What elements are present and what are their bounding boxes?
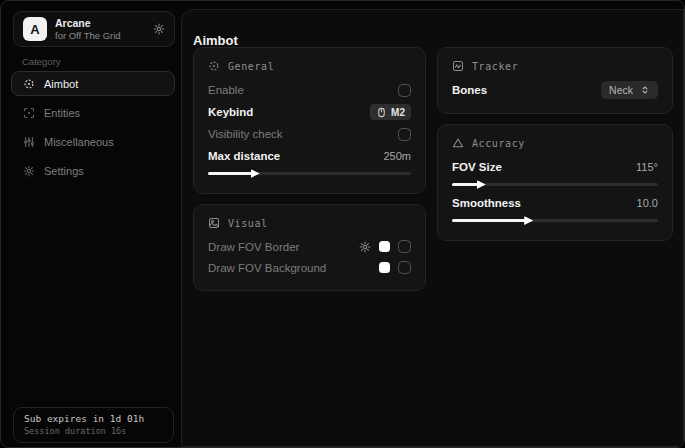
fov-background-checkbox[interactable] bbox=[398, 261, 411, 274]
bones-row: Bones Neck bbox=[452, 79, 658, 101]
sidebar-item-settings[interactable]: Settings bbox=[11, 158, 175, 183]
max-distance-slider[interactable] bbox=[208, 172, 411, 175]
crosshair-icon bbox=[23, 78, 35, 90]
sidebar-item-entities[interactable]: Entities bbox=[11, 100, 175, 125]
app-window: A Arcane for Off The Grid Category bbox=[0, 0, 685, 448]
smoothness-slider[interactable] bbox=[452, 219, 658, 222]
visibility-check-label: Visibility check bbox=[208, 128, 283, 140]
sidebar-menu: Aimbot Entities bbox=[11, 71, 175, 183]
sidebar-item-label: Aimbot bbox=[44, 78, 78, 90]
max-distance-label: Max distance bbox=[208, 150, 280, 162]
app-title: Arcane bbox=[55, 17, 121, 30]
accuracy-card: Accuracy FOV Size 115° Smoo bbox=[437, 124, 673, 241]
fov-border-checkbox[interactable] bbox=[398, 240, 411, 253]
session-duration-text: Session duration 16s bbox=[24, 426, 163, 436]
image-icon bbox=[208, 217, 220, 229]
sub-expires-text: Sub expires in 1d 01h bbox=[24, 413, 163, 424]
gear-icon bbox=[23, 165, 35, 177]
keybind-row: Keybind M2 bbox=[208, 101, 411, 123]
mouse-icon bbox=[376, 107, 387, 118]
max-distance-value: 250m bbox=[383, 150, 411, 162]
fov-background-label: Draw FOV Background bbox=[208, 262, 326, 274]
subscription-card: Sub expires in 1d 01h Session duration 1… bbox=[13, 407, 174, 443]
fov-border-color-swatch[interactable] bbox=[379, 241, 390, 252]
card-title: Tracker bbox=[472, 61, 518, 72]
sidebar-item-label: Settings bbox=[44, 165, 84, 177]
unfold-icon bbox=[640, 85, 650, 95]
visibility-checkbox[interactable] bbox=[398, 128, 411, 141]
gear-icon[interactable] bbox=[359, 241, 371, 253]
general-card: General Enable Keybind bbox=[193, 47, 426, 194]
keybind-badge[interactable]: M2 bbox=[370, 104, 411, 120]
sidebar-item-miscellaneous[interactable]: Miscellaneous bbox=[11, 129, 175, 154]
enable-row: Enable bbox=[208, 79, 411, 101]
bones-selected-value: Neck bbox=[609, 84, 633, 96]
fov-border-row: Draw FOV Border bbox=[208, 236, 411, 257]
fov-background-color-swatch[interactable] bbox=[379, 262, 390, 273]
main-panel: Aimbot General Enable bbox=[181, 9, 684, 447]
slider-thumb[interactable] bbox=[251, 169, 260, 178]
keybind-label: Keybind bbox=[208, 106, 253, 118]
keybind-value: M2 bbox=[391, 107, 405, 118]
crosshair-icon bbox=[208, 60, 220, 72]
page-title: Aimbot bbox=[193, 33, 238, 48]
fov-size-label: FOV Size bbox=[452, 161, 502, 173]
smoothness-label: Smoothness bbox=[452, 197, 521, 209]
smoothness-row: Smoothness 10.0 bbox=[452, 192, 658, 214]
app-logo: A bbox=[23, 17, 47, 41]
bones-select[interactable]: Neck bbox=[601, 81, 658, 99]
sidebar-item-label: Entities bbox=[44, 107, 80, 119]
smoothness-value: 10.0 bbox=[637, 197, 658, 209]
brand-card: A Arcane for Off The Grid bbox=[13, 11, 175, 47]
triangle-icon bbox=[452, 137, 464, 149]
category-label: Category bbox=[22, 56, 61, 67]
card-title: General bbox=[228, 61, 274, 72]
sidebar-item-label: Miscellaneous bbox=[44, 136, 114, 148]
app-subtitle: for Off The Grid bbox=[55, 30, 121, 42]
bones-label: Bones bbox=[452, 84, 487, 96]
fov-size-value: 115° bbox=[636, 161, 658, 173]
card-title: Visual bbox=[228, 218, 268, 229]
fov-size-row: FOV Size 115° bbox=[452, 156, 658, 178]
activity-icon bbox=[452, 60, 464, 72]
sliders-icon bbox=[23, 136, 35, 148]
gear-icon[interactable] bbox=[153, 23, 165, 35]
fov-size-slider[interactable] bbox=[452, 183, 658, 186]
fov-background-row: Draw FOV Background bbox=[208, 257, 411, 278]
enable-label: Enable bbox=[208, 84, 244, 96]
card-title: Accuracy bbox=[472, 138, 525, 149]
sidebar-item-aimbot[interactable]: Aimbot bbox=[11, 71, 175, 96]
slider-thumb[interactable] bbox=[477, 180, 486, 189]
enable-checkbox[interactable] bbox=[398, 84, 411, 97]
slider-thumb[interactable] bbox=[524, 216, 533, 225]
visibility-check-row: Visibility check bbox=[208, 123, 411, 145]
sidebar: A Arcane for Off The Grid Category bbox=[1, 1, 181, 447]
tracker-card: Tracker Bones Neck bbox=[437, 47, 673, 114]
visual-card: Visual Draw FOV Border bbox=[193, 204, 426, 291]
scan-icon bbox=[23, 107, 35, 119]
max-distance-row: Max distance 250m bbox=[208, 145, 411, 167]
fov-border-label: Draw FOV Border bbox=[208, 241, 299, 253]
